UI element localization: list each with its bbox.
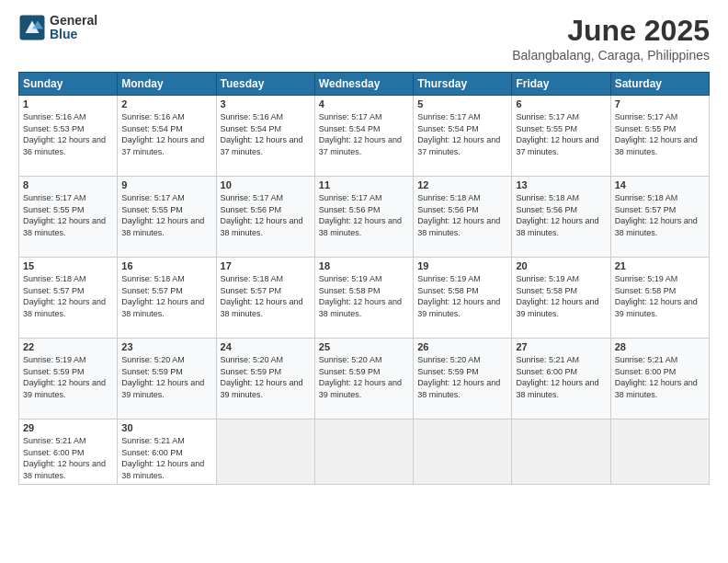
col-saturday: Saturday xyxy=(610,73,709,96)
table-row: 23 Sunrise: 5:20 AMSunset: 5:59 PMDaylig… xyxy=(118,339,216,419)
table-row: 12 Sunrise: 5:18 AMSunset: 5:56 PMDaylig… xyxy=(414,177,512,258)
col-wednesday: Wednesday xyxy=(314,73,413,96)
table-row: 8 Sunrise: 5:17 AMSunset: 5:55 PMDayligh… xyxy=(19,177,118,258)
table-row xyxy=(512,419,610,485)
table-row: 21 Sunrise: 5:19 AMSunset: 5:58 PMDaylig… xyxy=(610,258,709,339)
table-row: 22 Sunrise: 5:19 AMSunset: 5:59 PMDaylig… xyxy=(19,339,118,419)
table-row: 14 Sunrise: 5:18 AMSunset: 5:57 PMDaylig… xyxy=(610,177,709,258)
table-row xyxy=(610,419,709,485)
table-row: 2 Sunrise: 5:16 AMSunset: 5:54 PMDayligh… xyxy=(118,96,216,177)
table-row: 30 Sunrise: 5:21 AMSunset: 6:00 PMDaylig… xyxy=(118,419,216,485)
table-row: 17 Sunrise: 5:18 AMSunset: 5:57 PMDaylig… xyxy=(216,258,314,339)
logo: General Blue xyxy=(18,14,97,42)
table-row: 19 Sunrise: 5:19 AMSunset: 5:58 PMDaylig… xyxy=(414,258,512,339)
month-title: June 2025 xyxy=(512,14,710,48)
table-row: 16 Sunrise: 5:18 AMSunset: 5:57 PMDaylig… xyxy=(118,258,216,339)
table-row: 24 Sunrise: 5:20 AMSunset: 5:59 PMDaylig… xyxy=(216,339,314,419)
table-row: 25 Sunrise: 5:20 AMSunset: 5:59 PMDaylig… xyxy=(314,339,413,419)
logo-text: General Blue xyxy=(50,14,97,42)
page: General Blue June 2025 Balangbalang, Car… xyxy=(0,0,728,563)
table-row: 29 Sunrise: 5:21 AMSunset: 6:00 PMDaylig… xyxy=(19,419,118,485)
table-row: 13 Sunrise: 5:18 AMSunset: 5:56 PMDaylig… xyxy=(512,177,610,258)
table-row: 20 Sunrise: 5:19 AMSunset: 5:58 PMDaylig… xyxy=(512,258,610,339)
header-row: Sunday Monday Tuesday Wednesday Thursday… xyxy=(19,73,710,96)
table-row xyxy=(216,419,314,485)
table-row: 6 Sunrise: 5:17 AMSunset: 5:55 PMDayligh… xyxy=(512,96,610,177)
col-monday: Monday xyxy=(118,73,216,96)
table-row: 28 Sunrise: 5:21 AMSunset: 6:00 PMDaylig… xyxy=(610,339,709,419)
col-thursday: Thursday xyxy=(414,73,512,96)
table-row: 4 Sunrise: 5:17 AMSunset: 5:54 PMDayligh… xyxy=(314,96,413,177)
table-row: 11 Sunrise: 5:17 AMSunset: 5:56 PMDaylig… xyxy=(314,177,413,258)
col-friday: Friday xyxy=(512,73,610,96)
table-row xyxy=(414,419,512,485)
col-sunday: Sunday xyxy=(19,73,118,96)
header: General Blue June 2025 Balangbalang, Car… xyxy=(18,14,710,63)
table-row: 1 Sunrise: 5:16 AMSunset: 5:53 PMDayligh… xyxy=(19,96,118,177)
logo-general: General xyxy=(50,14,97,28)
table-row: 7 Sunrise: 5:17 AMSunset: 5:55 PMDayligh… xyxy=(610,96,709,177)
col-tuesday: Tuesday xyxy=(216,73,314,96)
table-row: 18 Sunrise: 5:19 AMSunset: 5:58 PMDaylig… xyxy=(314,258,413,339)
table-row: 10 Sunrise: 5:17 AMSunset: 5:56 PMDaylig… xyxy=(216,177,314,258)
logo-icon xyxy=(18,14,46,41)
table-row: 3 Sunrise: 5:16 AMSunset: 5:54 PMDayligh… xyxy=(216,96,314,177)
table-row: 5 Sunrise: 5:17 AMSunset: 5:54 PMDayligh… xyxy=(414,96,512,177)
table-row xyxy=(314,419,413,485)
calendar-table: Sunday Monday Tuesday Wednesday Thursday… xyxy=(18,72,710,485)
table-row: 15 Sunrise: 5:18 AMSunset: 5:57 PMDaylig… xyxy=(19,258,118,339)
logo-blue: Blue xyxy=(50,28,97,41)
table-row: 27 Sunrise: 5:21 AMSunset: 6:00 PMDaylig… xyxy=(512,339,610,419)
title-section: June 2025 Balangbalang, Caraga, Philippi… xyxy=(512,14,710,63)
location: Balangbalang, Caraga, Philippines xyxy=(512,48,710,63)
table-row: 26 Sunrise: 5:20 AMSunset: 5:59 PMDaylig… xyxy=(414,339,512,419)
table-row: 9 Sunrise: 5:17 AMSunset: 5:55 PMDayligh… xyxy=(118,177,216,258)
